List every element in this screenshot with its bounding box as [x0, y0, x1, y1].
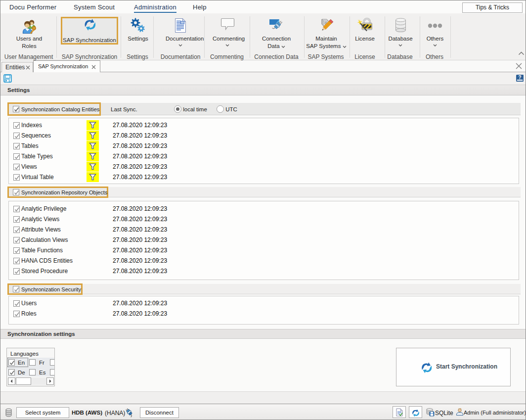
svg-text:?: ? — [519, 75, 522, 80]
